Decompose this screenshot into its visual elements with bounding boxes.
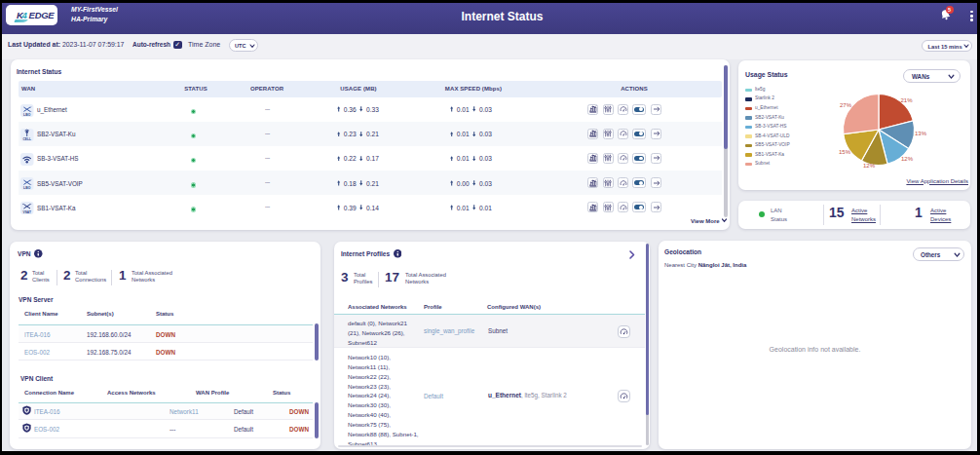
- svg-text:VSAT: VSAT: [23, 210, 31, 214]
- svg-text:LBO: LBO: [23, 112, 31, 116]
- svg-text:CELL: CELL: [23, 136, 31, 140]
- svg-text:LBO: LBO: [23, 186, 31, 190]
